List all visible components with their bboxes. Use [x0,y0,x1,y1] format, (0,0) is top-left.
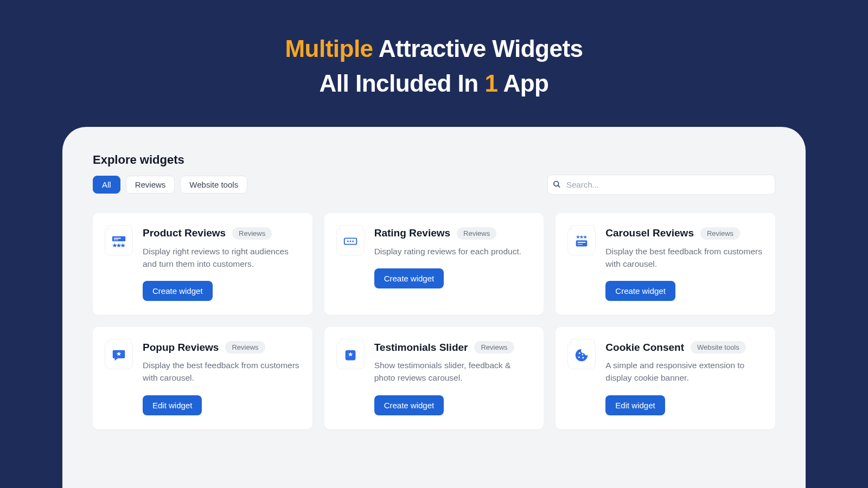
carousel-reviews-icon [567,227,596,255]
hero-header: Multiple Attractive Widgets All Included… [0,0,868,127]
svg-marker-7 [120,243,125,247]
card-tag: Reviews [225,341,265,354]
panel-title: Explore widgets [93,153,775,167]
card-title: Popup Reviews [143,342,219,354]
card-title: Cookie Consent [605,342,684,354]
card-tag: Website tools [691,341,746,354]
filter-tabs: All Reviews Website tools [93,176,247,194]
cookie-consent-icon [567,341,596,369]
create-widget-button[interactable]: Create widget [143,281,213,301]
create-widget-button[interactable]: Create widget [374,395,444,415]
svg-rect-15 [576,240,588,246]
svg-rect-3 [114,237,121,239]
card-description: Show testimonials slider, feedback & pho… [374,359,532,384]
svg-marker-14 [583,235,588,239]
card-title: Carousel Reviews [605,227,694,239]
svg-point-24 [582,354,583,355]
svg-point-11 [352,240,354,242]
widget-card: Carousel Reviews Reviews Display the bes… [556,213,775,316]
hero-title: Multiple Attractive Widgets All Included… [0,31,868,101]
card-description: Display the best feedback from customers… [605,245,763,271]
svg-line-1 [558,185,560,188]
search-icon [553,181,561,189]
svg-point-22 [578,356,580,358]
rating-reviews-icon [336,227,365,255]
create-widget-button[interactable]: Create widget [374,268,444,288]
popup-reviews-icon [105,341,133,369]
widget-card: Product Reviews Reviews Display right re… [93,213,312,316]
card-description: Display the best feedback from customers… [143,359,301,384]
product-reviews-icon [105,227,133,255]
svg-point-21 [579,352,580,354]
widgets-grid: Product Reviews Reviews Display right re… [93,213,775,429]
card-description: Display right reviews to right audiences… [143,245,301,271]
card-title: Product Reviews [143,227,226,239]
widget-card: Testimonials Slider Reviews Show testimo… [324,327,544,429]
card-tag: Reviews [700,227,740,240]
search-wrap [547,175,775,195]
toolbar: All Reviews Website tools [93,175,775,195]
card-tag: Reviews [457,227,496,240]
card-description: Display rating reviews for each product. [374,245,532,258]
widgets-panel: Explore widgets All Reviews Website tool… [62,127,806,488]
card-title: Testimonials Slider [374,342,468,354]
card-tag: Reviews [474,341,514,354]
tab-all[interactable]: All [93,176,120,194]
edit-widget-button[interactable]: Edit widget [605,395,665,415]
card-tag: Reviews [232,227,272,240]
create-widget-button[interactable]: Create widget [605,281,675,301]
svg-point-9 [347,240,348,242]
svg-rect-16 [578,242,586,243]
svg-point-23 [583,357,584,358]
svg-rect-4 [114,239,118,240]
widget-card: Rating Reviews Reviews Display rating re… [324,213,544,316]
card-title: Rating Reviews [374,227,450,239]
svg-marker-6 [116,243,121,247]
svg-marker-13 [580,235,584,239]
svg-marker-12 [576,235,580,239]
widget-card: Popup Reviews Reviews Display the best f… [93,327,312,429]
tab-website-tools[interactable]: Website tools [180,176,247,194]
svg-point-10 [349,240,351,242]
tab-reviews[interactable]: Reviews [126,176,175,194]
card-description: A simple and responsive extension to dis… [605,359,763,384]
hero-accent-2: 1 [484,70,497,97]
svg-point-0 [554,181,559,186]
search-input[interactable] [547,175,775,195]
svg-rect-17 [578,243,583,245]
testimonials-slider-icon [336,341,365,369]
edit-widget-button[interactable]: Edit widget [143,395,202,415]
widget-card: Cookie Consent Website tools A simple an… [556,327,775,429]
svg-marker-5 [112,243,117,247]
hero-accent-1: Multiple [285,35,373,62]
